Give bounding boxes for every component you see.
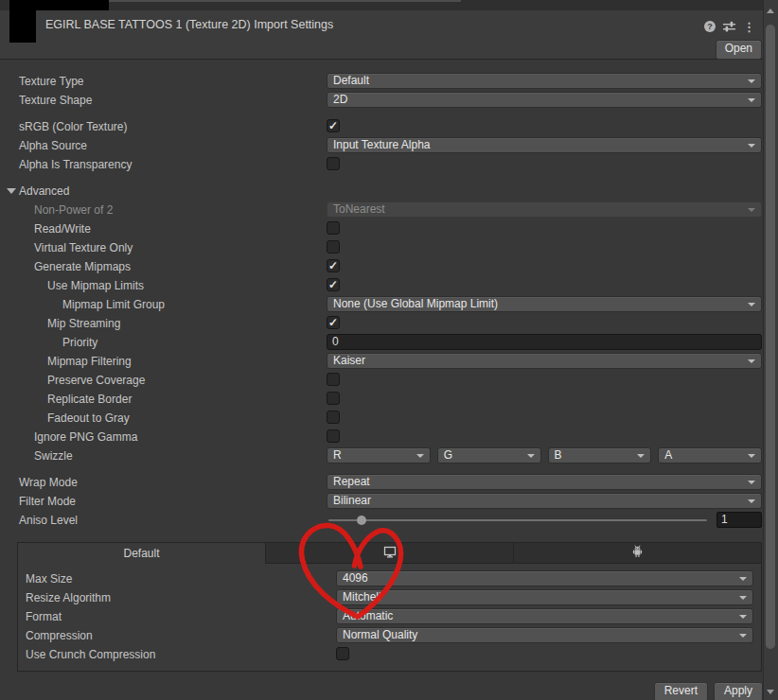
resize-algorithm-dropdown[interactable]: Mitchell bbox=[336, 589, 753, 605]
filter-mode-dropdown[interactable]: Bilinear bbox=[327, 493, 762, 509]
chevron-down-icon bbox=[739, 615, 747, 619]
mip-streaming-checkbox[interactable]: ✓ bbox=[327, 316, 340, 329]
platform-settings-rows: Max Size4096Resize AlgorithmMitchellForm… bbox=[18, 564, 761, 671]
row-preserve-coverage: Preserve Coverage bbox=[0, 371, 778, 390]
row-srgb-color-texture: sRGB (Color Texture)✓ bbox=[0, 117, 778, 136]
chevron-down-icon bbox=[739, 634, 747, 638]
help-icon[interactable]: ? bbox=[704, 21, 716, 32]
dropdown-value: Normal Quality bbox=[343, 628, 417, 641]
presets-icon[interactable] bbox=[723, 21, 735, 32]
chevron-down-icon bbox=[739, 577, 747, 581]
row-advanced: Advanced bbox=[0, 182, 778, 201]
field-label: Wrap Mode bbox=[19, 476, 78, 489]
replicate-border-checkbox[interactable] bbox=[327, 392, 340, 405]
tab-label: Default bbox=[123, 547, 159, 560]
revert-button[interactable]: Revert bbox=[654, 682, 708, 700]
field-label: Preserve Coverage bbox=[47, 374, 145, 387]
use-mipmap-limits-checkbox[interactable]: ✓ bbox=[327, 278, 340, 291]
row-non-power-of-2: Non-Power of 2ToNearest bbox=[0, 201, 778, 219]
field-label: Priority bbox=[62, 336, 97, 349]
scrollbar-thumb[interactable] bbox=[766, 25, 775, 649]
row-priority: Priority0 bbox=[0, 333, 778, 352]
field-label: Use Crunch Compression bbox=[26, 648, 155, 661]
platform-tab-android[interactable] bbox=[513, 543, 761, 564]
editor-tab-strip bbox=[0, 0, 778, 10]
apply-button[interactable]: Apply bbox=[714, 682, 763, 700]
kebab-menu-icon[interactable]: ⋮ bbox=[743, 21, 755, 33]
format-dropdown[interactable]: Automatic bbox=[336, 608, 753, 624]
generate-mipmaps-checkbox[interactable]: ✓ bbox=[327, 259, 340, 272]
field-label: sRGB (Color Texture) bbox=[19, 120, 127, 133]
row-virtual-texture-only: Virtual Texture Only bbox=[0, 238, 778, 257]
use-crunch-compression-checkbox[interactable] bbox=[336, 647, 349, 660]
dropdown-value: 2D bbox=[333, 93, 347, 106]
slider-handle[interactable] bbox=[357, 516, 366, 525]
import-settings-header: EGIRL BASE TATTOOS 1 (Texture 2D) Import… bbox=[0, 10, 778, 60]
dropdown-value: R bbox=[333, 448, 342, 462]
scroll-down-icon[interactable] bbox=[767, 690, 774, 694]
mipmap-limit-group-dropdown[interactable]: None (Use Global Mipmap Limit) bbox=[327, 296, 762, 312]
field-label[interactable]: Advanced bbox=[19, 184, 69, 198]
dropdown-value: 4096 bbox=[343, 571, 368, 585]
row-aniso-level: Aniso Level1 bbox=[0, 511, 778, 530]
wrap-mode-dropdown[interactable]: Repeat bbox=[327, 474, 762, 490]
mipmap-filtering-dropdown[interactable]: Kaiser bbox=[327, 353, 762, 369]
read-write-checkbox[interactable] bbox=[327, 221, 340, 235]
row-texture-shape: Texture Shape2D bbox=[0, 91, 778, 110]
dropdown-value: A bbox=[664, 448, 672, 462]
swizzle-r-dropdown[interactable]: R bbox=[327, 447, 431, 464]
row-use-mipmap-limits: Use Mipmap Limits✓ bbox=[0, 276, 778, 295]
aniso-level-value-field[interactable]: 1 bbox=[716, 512, 762, 528]
alpha-is-transparency-checkbox[interactable] bbox=[327, 157, 340, 170]
checkmark-icon: ✓ bbox=[328, 259, 338, 272]
preserve-coverage-checkbox[interactable] bbox=[327, 373, 340, 386]
srgb-color-texture-checkbox[interactable]: ✓ bbox=[327, 119, 340, 132]
row-resize-algorithm: Resize AlgorithmMitchell bbox=[18, 588, 761, 607]
chevron-down-icon bbox=[748, 359, 755, 363]
foldout-arrow-icon[interactable] bbox=[7, 188, 16, 194]
field-label: Mipmap Filtering bbox=[47, 355, 132, 368]
dropdown-value: G bbox=[444, 448, 452, 462]
swizzle-g-dropdown[interactable]: G bbox=[437, 447, 541, 464]
platform-tab-monitor[interactable] bbox=[265, 543, 513, 564]
dropdown-value: Kaiser bbox=[333, 354, 365, 367]
field-label: Filter Mode bbox=[19, 495, 76, 508]
field-label: Texture Type bbox=[19, 75, 83, 88]
chevron-down-icon bbox=[748, 303, 755, 306]
dropdown-value: Automatic bbox=[343, 609, 393, 622]
chevron-down-icon bbox=[748, 454, 755, 458]
monitor-icon bbox=[383, 546, 397, 561]
ignore-png-gamma-checkbox[interactable] bbox=[327, 429, 340, 443]
field-label: Texture Shape bbox=[19, 94, 92, 107]
chevron-down-icon bbox=[527, 454, 535, 458]
priority-field[interactable]: 0 bbox=[327, 334, 762, 350]
platform-tab-default[interactable]: Default bbox=[18, 543, 265, 564]
dropdown-value: ToNearest bbox=[333, 202, 385, 216]
chevron-down-icon bbox=[748, 499, 755, 503]
open-button[interactable]: Open bbox=[716, 40, 762, 60]
fadeout-to-gray-checkbox[interactable] bbox=[327, 411, 340, 424]
chevron-down-icon bbox=[748, 481, 755, 484]
texture-shape-dropdown[interactable]: 2D bbox=[327, 92, 762, 108]
virtual-texture-only-checkbox[interactable] bbox=[327, 240, 340, 254]
texture-type-dropdown[interactable]: Default bbox=[327, 73, 762, 89]
swizzle-a-dropdown[interactable]: A bbox=[658, 447, 762, 464]
row-alpha-source: Alpha SourceInput Texture Alpha bbox=[0, 136, 778, 155]
alpha-source-dropdown[interactable]: Input Texture Alpha bbox=[327, 137, 762, 153]
row-ignore-png-gamma: Ignore PNG Gamma bbox=[0, 428, 778, 446]
vertical-scrollbar[interactable] bbox=[763, 0, 778, 700]
texture-thumbnail bbox=[9, 8, 36, 43]
row-format: FormatAutomatic bbox=[18, 607, 761, 626]
aniso-level-slider[interactable] bbox=[328, 519, 707, 521]
chevron-down-icon bbox=[748, 144, 755, 148]
page-title: EGIRL BASE TATTOOS 1 (Texture 2D) Import… bbox=[45, 18, 333, 31]
swizzle-dropdowns: RGBA bbox=[327, 447, 762, 464]
swizzle-b-dropdown[interactable]: B bbox=[548, 447, 652, 464]
platform-settings-box: Default Max Size4096Resize AlgorithmMitc… bbox=[17, 542, 762, 672]
max-size-dropdown[interactable]: 4096 bbox=[336, 570, 753, 586]
dropdown-value: None (Use Global Mipmap Limit) bbox=[333, 297, 498, 310]
scroll-up-icon[interactable] bbox=[767, 9, 774, 13]
dropdown-value: Mitchell bbox=[343, 590, 381, 604]
compression-dropdown[interactable]: Normal Quality bbox=[336, 627, 753, 643]
chevron-down-icon bbox=[416, 454, 424, 458]
